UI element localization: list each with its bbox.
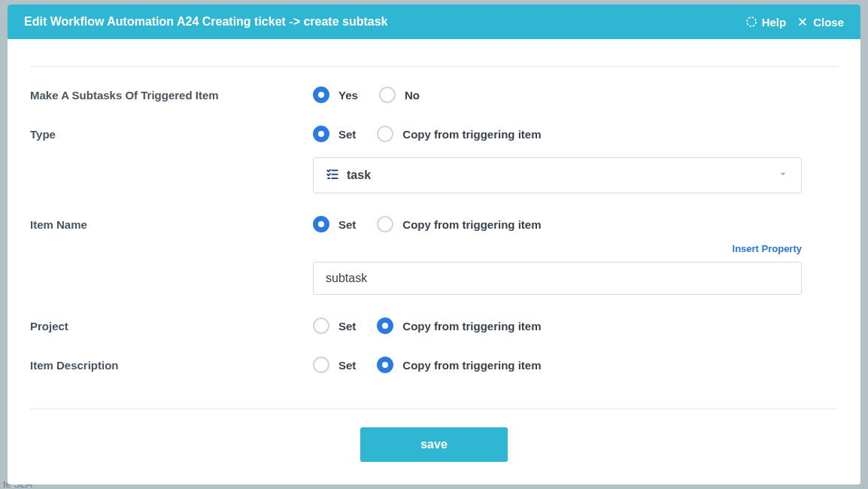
header-actions: Help Close <box>745 16 844 29</box>
radio-indicator <box>379 87 396 103</box>
field-type: Type Set Copy from triggering item <box>30 126 838 193</box>
radio-no-label: No <box>405 89 420 102</box>
radio-item-name-copy[interactable]: Copy from triggering item <box>377 216 541 232</box>
type-select[interactable]: task <box>313 157 802 193</box>
controls-project: Set Copy from triggering item <box>313 317 838 334</box>
label-project: Project <box>30 317 313 333</box>
radio-copy-label: Copy from triggering item <box>402 320 541 333</box>
radio-item-name-set[interactable]: Set <box>313 216 356 232</box>
select-left: task <box>326 167 371 184</box>
radio-type-copy[interactable]: Copy from triggering item <box>377 126 541 142</box>
radio-indicator <box>313 357 329 373</box>
radio-group-project: Set Copy from triggering item <box>313 317 838 334</box>
field-item-description: Item Description Set Copy from triggerin… <box>30 357 838 373</box>
modal-title: Edit Workflow Automation A24 Creating ti… <box>24 15 388 29</box>
close-button[interactable]: Close <box>797 16 844 29</box>
radio-description-copy[interactable]: Copy from triggering item <box>377 357 541 373</box>
field-project: Project Set Copy from triggering item <box>30 317 838 334</box>
radio-copy-label: Copy from triggering item <box>402 359 541 372</box>
help-button[interactable]: Help <box>745 16 787 29</box>
radio-group-item-name: Set Copy from triggering item <box>313 216 838 232</box>
radio-set-label: Set <box>338 218 356 231</box>
field-make-subtask: Make A Subtasks Of Triggered Item Yes No <box>30 87 838 103</box>
radio-indicator <box>313 317 329 334</box>
radio-set-label: Set <box>338 359 356 372</box>
modal-body: Make A Subtasks Of Triggered Item Yes No <box>8 39 860 409</box>
label-make-subtask: Make A Subtasks Of Triggered Item <box>30 87 313 102</box>
modal-dialog: Edit Workflow Automation A24 Creating ti… <box>8 5 860 484</box>
insert-property-row: Insert Property <box>313 243 802 254</box>
close-icon <box>797 16 809 28</box>
radio-indicator <box>377 317 393 334</box>
modal-footer: save <box>30 409 838 484</box>
label-item-name: Item Name <box>30 216 313 231</box>
radio-indicator <box>377 216 393 232</box>
svg-point-0 <box>747 17 756 26</box>
insert-property-link[interactable]: Insert Property <box>733 243 802 254</box>
radio-indicator <box>313 126 329 142</box>
radio-type-set[interactable]: Set <box>313 126 356 142</box>
item-name-input[interactable] <box>313 262 802 295</box>
form-area: Make A Subtasks Of Triggered Item Yes No <box>30 66 838 373</box>
radio-group-make-subtask: Yes No <box>313 87 838 103</box>
radio-set-label: Set <box>338 128 356 141</box>
controls-item-description: Set Copy from triggering item <box>313 357 838 373</box>
type-select-value: task <box>347 169 371 182</box>
radio-yes-label: Yes <box>338 89 358 102</box>
radio-group-type: Set Copy from triggering item <box>313 126 838 142</box>
radio-project-copy[interactable]: Copy from triggering item <box>377 317 541 334</box>
controls-type: Set Copy from triggering item <box>313 126 838 193</box>
radio-indicator <box>313 87 329 103</box>
radio-project-set[interactable]: Set <box>313 317 356 334</box>
field-item-name: Item Name Set Copy from triggering item <box>30 216 838 295</box>
controls-make-subtask: Yes No <box>313 87 838 103</box>
radio-indicator <box>377 357 393 373</box>
task-icon <box>326 167 339 184</box>
radio-copy-label: Copy from triggering item <box>402 218 541 231</box>
save-button[interactable]: save <box>360 427 508 462</box>
close-label: Close <box>813 16 844 29</box>
label-type: Type <box>30 126 313 141</box>
radio-copy-label: Copy from triggering item <box>402 128 541 141</box>
controls-item-name: Set Copy from triggering item Insert Pro… <box>313 216 838 295</box>
radio-no[interactable]: No <box>379 87 420 103</box>
help-label: Help <box>762 16 787 29</box>
radio-indicator <box>313 216 329 232</box>
radio-yes[interactable]: Yes <box>313 87 358 103</box>
radio-description-set[interactable]: Set <box>313 357 356 373</box>
radio-group-item-description: Set Copy from triggering item <box>313 357 838 373</box>
label-item-description: Item Description <box>30 357 313 372</box>
chevron-down-icon <box>777 168 789 183</box>
help-icon <box>745 16 757 28</box>
modal-header: Edit Workflow Automation A24 Creating ti… <box>8 5 860 39</box>
radio-set-label: Set <box>338 320 356 333</box>
radio-indicator <box>377 126 393 142</box>
